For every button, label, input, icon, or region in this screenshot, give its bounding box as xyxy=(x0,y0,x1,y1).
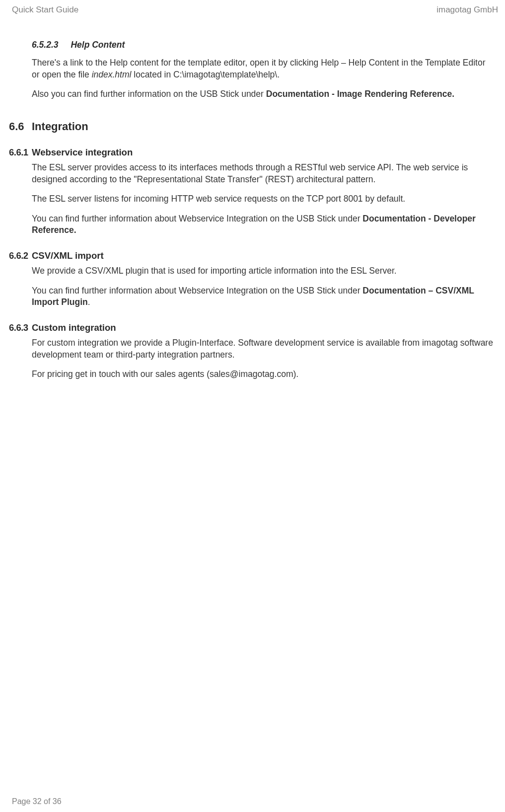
heading-number: 6.6.2 xyxy=(9,250,32,261)
paragraph: For pricing get in touch with our sales … xyxy=(32,369,495,380)
paragraph: Also you can find further information on… xyxy=(32,88,495,100)
heading-title: Custom integration xyxy=(32,322,116,333)
text: Also you can find further information on… xyxy=(32,89,266,99)
heading-6-5-2-3: 6.5.2.3 Help Content xyxy=(32,40,495,50)
paragraph: You can find further information about W… xyxy=(32,285,495,308)
italic-text: index.html xyxy=(92,70,132,79)
paragraph: You can find further information about W… xyxy=(32,213,495,236)
heading-title: Help Content xyxy=(71,40,125,50)
text: located in C:\imagotag\template\help\. xyxy=(131,70,280,79)
heading-number: 6.6 xyxy=(9,120,32,133)
page-header: Quick Start Guide imagotag GmbH xyxy=(0,5,505,15)
text: You can find further information about W… xyxy=(32,286,362,295)
page-content: 6.5.2.3 Help Content There's a link to t… xyxy=(0,40,505,380)
heading-6-6-3: 6.6.3 Custom integration xyxy=(9,322,495,333)
heading-number: 6.6.1 xyxy=(9,147,32,158)
heading-number: 6.5.2.3 xyxy=(32,40,59,50)
page-footer: Page 32 of 36 xyxy=(12,797,62,806)
heading-6-6-2: 6.6.2 CSV/XML import xyxy=(9,250,495,261)
heading-6-6-1: 6.6.1 Webservice integration xyxy=(9,147,495,158)
text: . xyxy=(88,297,90,307)
paragraph: For custom integration we provide a Plug… xyxy=(32,337,495,361)
header-left: Quick Start Guide xyxy=(12,5,78,15)
paragraph: We provide a CSV/XML plugin that is used… xyxy=(32,265,495,277)
paragraph: The ESL server provides access to its in… xyxy=(32,162,495,185)
heading-title: CSV/XML import xyxy=(32,250,104,261)
heading-title: Integration xyxy=(32,120,88,133)
heading-title: Webservice integration xyxy=(32,147,133,158)
text: You can find further information about W… xyxy=(32,214,362,223)
heading-6-6: 6.6 Integration xyxy=(9,120,495,133)
header-right: imagotag GmbH xyxy=(436,5,498,15)
paragraph: The ESL server listens for incoming HTTP… xyxy=(32,193,495,205)
heading-number: 6.6.3 xyxy=(9,322,32,333)
bold-text: Documentation - Image Rendering Referenc… xyxy=(266,89,454,99)
paragraph: There's a link to the Help content for t… xyxy=(32,57,495,80)
